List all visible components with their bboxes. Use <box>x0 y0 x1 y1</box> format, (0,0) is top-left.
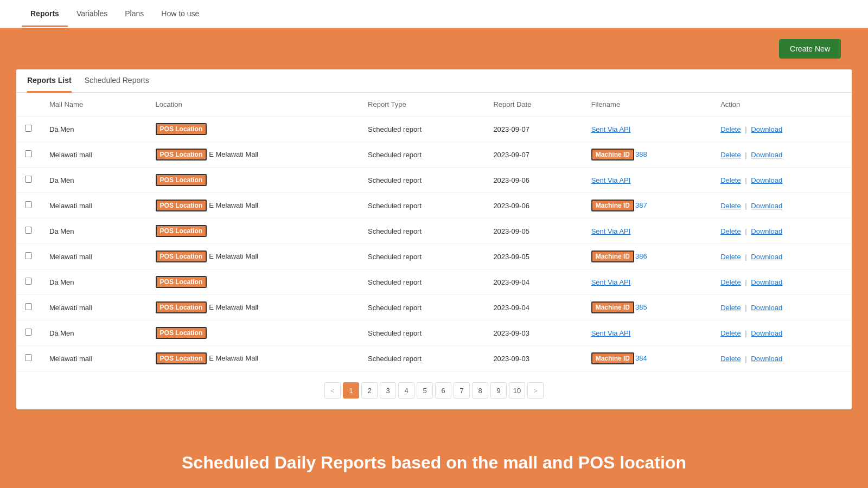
download-link[interactable]: Download <box>751 355 782 363</box>
cell-mall-name: Da Men <box>41 219 147 244</box>
download-link[interactable]: Download <box>751 176 782 184</box>
machine-id-number[interactable]: 384 <box>635 354 647 362</box>
cell-location: POS LocationE Melawati Mall <box>147 193 360 219</box>
pagination-page-3[interactable]: 3 <box>380 382 396 399</box>
sent-via-api-link[interactable]: Sent Via API <box>591 329 631 337</box>
pagination-page-4[interactable]: 4 <box>398 382 414 399</box>
pagination-page-2[interactable]: 2 <box>361 382 378 399</box>
cell-mall-name: Melawati mall <box>41 295 147 320</box>
pos-location-badge: POS Location <box>156 251 207 262</box>
main-card: Reports List Scheduled Reports Mall Name… <box>16 69 852 409</box>
pagination-page-1[interactable]: 1 <box>343 382 359 399</box>
sent-via-api-link[interactable]: Sent Via API <box>591 125 631 133</box>
nav-item-plans[interactable]: Plans <box>116 2 152 27</box>
delete-link[interactable]: Delete <box>720 253 741 261</box>
cell-location: POS Location <box>147 117 360 142</box>
row-checkbox[interactable] <box>25 125 32 132</box>
machine-id-badge: Machine ID <box>591 301 634 313</box>
cell-mall-name: Da Men <box>41 168 147 193</box>
cell-filename: Sent Via API <box>583 269 712 295</box>
cell-location: POS LocationE Melawati Mall <box>147 142 360 168</box>
machine-id-number[interactable]: 388 <box>635 150 647 158</box>
pagination-page-9[interactable]: 9 <box>490 382 507 399</box>
sub-tabs: Reports List Scheduled Reports <box>16 69 852 93</box>
cell-report-date: 2023-09-06 <box>484 168 582 193</box>
table-row: Melawati mallPOS LocationE Melawati Mall… <box>16 142 852 168</box>
machine-id-number[interactable]: 387 <box>635 201 647 209</box>
pos-location-badge: POS Location <box>156 301 207 313</box>
row-checkbox[interactable] <box>25 329 32 336</box>
col-header-action: Action <box>712 93 852 117</box>
pagination-page-10[interactable]: 10 <box>509 382 525 399</box>
machine-id-number[interactable]: 386 <box>635 252 647 260</box>
cell-action: Delete | Download <box>712 168 852 193</box>
row-checkbox[interactable] <box>25 201 32 208</box>
pagination-prev[interactable]: < <box>324 382 341 399</box>
tab-scheduled-reports[interactable]: Scheduled Reports <box>85 69 149 93</box>
download-link[interactable]: Download <box>751 278 782 286</box>
cell-location: POS Location <box>147 269 360 295</box>
row-checkbox[interactable] <box>25 176 32 183</box>
download-link[interactable]: Download <box>751 304 782 312</box>
download-link[interactable]: Download <box>751 227 782 235</box>
delete-link[interactable]: Delete <box>720 151 741 159</box>
nav-item-variables[interactable]: Variables <box>68 2 116 27</box>
create-new-button[interactable]: Create New <box>779 39 841 59</box>
row-checkbox[interactable] <box>25 252 32 259</box>
reports-table: Mall Name Location Report Type Report Da… <box>16 93 852 371</box>
cell-report-date: 2023-09-05 <box>484 244 582 269</box>
col-header-mall-name: Mall Name <box>41 93 147 117</box>
sent-via-api-link[interactable]: Sent Via API <box>591 176 631 184</box>
delete-link[interactable]: Delete <box>720 329 741 337</box>
cell-mall-name: Da Men <box>41 320 147 346</box>
machine-id-badge: Machine ID <box>591 352 634 364</box>
delete-link[interactable]: Delete <box>720 304 741 312</box>
cell-location: POS Location <box>147 219 360 244</box>
row-checkbox[interactable] <box>25 354 32 361</box>
action-divider: | <box>743 202 749 210</box>
delete-link[interactable]: Delete <box>720 227 741 235</box>
nav-item-howtouse[interactable]: How to use <box>152 2 208 27</box>
delete-link[interactable]: Delete <box>720 202 741 210</box>
pagination-page-6[interactable]: 6 <box>435 382 451 399</box>
table-row: Melawati mallPOS LocationE Melawati Mall… <box>16 346 852 371</box>
pagination-page-7[interactable]: 7 <box>454 382 470 399</box>
row-checkbox[interactable] <box>25 227 32 234</box>
action-divider: | <box>743 278 749 286</box>
delete-link[interactable]: Delete <box>720 278 741 286</box>
download-link[interactable]: Download <box>751 329 782 337</box>
pagination-page-5[interactable]: 5 <box>417 382 433 399</box>
cell-filename: Sent Via API <box>583 117 712 142</box>
cell-report-type: Scheduled report <box>359 168 484 193</box>
row-checkbox[interactable] <box>25 303 32 310</box>
row-checkbox[interactable] <box>25 150 32 157</box>
download-link[interactable]: Download <box>751 151 782 159</box>
cell-action: Delete | Download <box>712 320 852 346</box>
nav-item-reports[interactable]: Reports <box>22 2 68 27</box>
sent-via-api-link[interactable]: Sent Via API <box>591 227 631 235</box>
cell-action: Delete | Download <box>712 244 852 269</box>
cell-location: POS LocationE Melawati Mall <box>147 244 360 269</box>
cell-report-date: 2023-09-04 <box>484 295 582 320</box>
pagination-page-8[interactable]: 8 <box>472 382 488 399</box>
location-suffix: E Melawati Mall <box>209 150 258 158</box>
sent-via-api-link[interactable]: Sent Via API <box>591 278 631 286</box>
banner-text: Scheduled Daily Reports based on the mal… <box>182 453 686 472</box>
pos-location-badge: POS Location <box>156 174 207 186</box>
delete-link[interactable]: Delete <box>720 355 741 363</box>
pos-location-badge: POS Location <box>156 149 207 160</box>
pagination-next[interactable]: > <box>527 382 544 399</box>
download-link[interactable]: Download <box>751 253 782 261</box>
delete-link[interactable]: Delete <box>720 176 741 184</box>
table-row: Da MenPOS LocationScheduled report2023-0… <box>16 117 852 142</box>
cell-report-date: 2023-09-04 <box>484 269 582 295</box>
row-checkbox[interactable] <box>25 278 32 285</box>
machine-id-number[interactable]: 385 <box>635 303 647 311</box>
download-link[interactable]: Download <box>751 202 782 210</box>
tab-reports-list[interactable]: Reports List <box>27 69 72 93</box>
cell-mall-name: Melawati mall <box>41 193 147 219</box>
delete-link[interactable]: Delete <box>720 125 741 133</box>
action-divider: | <box>743 151 749 159</box>
action-divider: | <box>743 125 749 133</box>
download-link[interactable]: Download <box>751 125 782 133</box>
